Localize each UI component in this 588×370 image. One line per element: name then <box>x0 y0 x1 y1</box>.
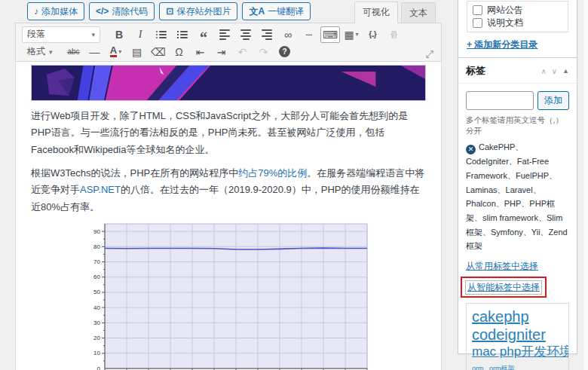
svg-text:40: 40 <box>93 304 100 311</box>
toolbar-toggle[interactable]: ⌨ <box>320 26 340 43</box>
category-label: 说明文档 <box>487 17 523 29</box>
category-label: 网站公告 <box>487 4 523 17</box>
toolbar-row-1: 段落▾BI“∞┄⌨▦▾{..}{/} <box>16 23 441 43</box>
media-buttons: ♪添加媒体</>清除代码⊡保存站外图片文A一键翻译 <box>27 2 311 20</box>
cloud-tag-link[interactable]: codeigniter <box>472 326 546 343</box>
align-center[interactable] <box>236 26 256 43</box>
add-tag-button[interactable]: 添加 <box>537 91 569 110</box>
add-media-icon: ♪ <box>34 6 38 17</box>
checkbox-icon[interactable] <box>473 5 482 15</box>
format-dropdown[interactable]: 格式▾ <box>22 44 58 60</box>
tab-text[interactable]: 文本 <box>401 2 436 23</box>
undo-icon: ↶ <box>238 47 247 57</box>
chevron-down-icon: ▾ <box>49 48 53 56</box>
tags-panel-title: 标签 <box>466 64 485 78</box>
paste-as-text[interactable]: ▤ <box>127 44 147 60</box>
article-paragraph-2: 根据W3Techs的说法，PHP在所有的网站程序中约占79%的比例。在服务器端编… <box>31 165 426 216</box>
cloud-tag-link[interactable]: orm <box>472 365 484 370</box>
tags-panel-header: 标签 ∧ ∨ ▲ <box>458 58 577 84</box>
clear-formatting[interactable]: ⌫ <box>149 44 168 60</box>
cloud-tag-link[interactable]: orm框架 <box>489 365 515 370</box>
redo[interactable]: ↷ <box>254 44 274 60</box>
horizontal-rule[interactable]: — <box>85 44 105 60</box>
article-paragraph-1: 进行Web项目开发，除了HTML，CSS和JavaScript之外，大部分人可能… <box>31 108 426 158</box>
code-block-icon: {..} <box>369 31 375 38</box>
collapse-toggle-icon[interactable]: ▲ <box>562 67 569 75</box>
chevron-down-icon: ▾ <box>91 31 95 38</box>
redo-icon: ↷ <box>259 47 268 57</box>
paragraph-dropdown[interactable]: 段落▾ <box>22 26 100 43</box>
blockquote[interactable]: “ <box>194 26 213 43</box>
move-down-icon[interactable]: ∨ <box>552 67 557 75</box>
save-external-images-icon: ⊡ <box>166 6 173 17</box>
checkbox-icon[interactable] <box>473 18 482 28</box>
outdent[interactable]: ⇤ <box>191 44 210 60</box>
text-color[interactable]: A▾ <box>106 44 126 60</box>
code-sample[interactable]: {/} <box>384 26 403 43</box>
category-item[interactable]: 网站公告 <box>473 4 562 17</box>
code-sample-icon: {/} <box>390 31 397 38</box>
indent[interactable]: ⇥ <box>212 44 231 60</box>
code-block[interactable]: {..} <box>363 26 382 43</box>
tags-panel-body: 添加 多个标签请用英文逗号（,）分开 ✕CakePHP、CodeIgniter、… <box>458 84 577 370</box>
svg-text:80: 80 <box>93 243 100 250</box>
bold-icon: B <box>115 29 123 40</box>
new-tag-input[interactable] <box>466 91 534 110</box>
smart-tag-cloud: cakephp codeigniter mac php开发环境 orm orm框… <box>466 303 569 370</box>
inline-link[interactable]: ASP.NET <box>80 184 121 195</box>
cloud-tag-link[interactable]: cakephp <box>472 308 529 325</box>
svg-text:0: 0 <box>97 365 101 370</box>
text-color-icon: A <box>110 46 117 57</box>
category-item[interactable]: 说明文档 <box>473 17 562 29</box>
scrollbar[interactable] <box>583 0 588 370</box>
align-right[interactable] <box>257 26 277 43</box>
clear-code-button[interactable]: </>清除代码 <box>89 2 155 20</box>
featured-image[interactable] <box>31 65 426 101</box>
numbered-list[interactable] <box>173 26 192 43</box>
featured-image-graphic <box>32 66 425 100</box>
add-media-button[interactable]: ♪添加媒体 <box>27 2 84 20</box>
help[interactable]: ? <box>275 44 295 60</box>
red-annotation-box: 从智能标签中选择 <box>461 277 547 298</box>
save-external-images-label: 保存站外图片 <box>176 5 231 18</box>
special-character[interactable]: Ω <box>170 44 189 60</box>
insert-link-icon: ∞ <box>284 29 292 40</box>
line-chart-svg: 01020304050607080901 Sep'191 Oct1 Nov1 D… <box>85 219 372 370</box>
read-more[interactable]: ┄ <box>299 26 319 43</box>
tab-visual[interactable]: 可视化 <box>354 2 398 23</box>
php-share-chart: 01020304050607080901 Sep'191 Oct1 Nov1 D… <box>85 219 372 370</box>
tag-list: ✕CakePHP、CodeIgniter、Fat-Free Framework、… <box>466 140 569 253</box>
add-category-link[interactable]: + 添加新分类目录 <box>467 38 537 51</box>
bold[interactable]: B <box>109 26 129 43</box>
chevron-down-icon: ▾ <box>118 48 121 55</box>
undo[interactable]: ↶ <box>233 44 253 60</box>
move-up-icon[interactable]: ∧ <box>541 67 546 75</box>
choose-smart-tags-link[interactable]: 从智能标签中选择 <box>465 280 542 295</box>
special-character-icon: Ω <box>175 47 182 57</box>
svg-text:10: 10 <box>93 350 100 356</box>
cloud-tag-link[interactable]: mac php开发环境 <box>472 344 569 359</box>
bullet-list[interactable] <box>152 26 171 43</box>
editor-column: ♪添加媒体</>清除代码⊡保存站外图片文A一键翻译 可视化文本 段落▾BI“∞┄… <box>15 0 442 370</box>
choose-common-tags-link[interactable]: 从常用标签中选择 <box>466 260 538 273</box>
svg-text:90: 90 <box>93 228 100 235</box>
strikethrough[interactable]: abc <box>64 44 84 60</box>
italic-icon: I <box>139 29 142 40</box>
strikethrough-icon: abc <box>67 48 79 56</box>
align-left[interactable] <box>215 26 234 43</box>
italic[interactable]: I <box>130 26 150 43</box>
remove-tag-icon[interactable]: ✕ <box>466 145 476 154</box>
save-external-images-button[interactable]: ⊡保存站外图片 <box>159 2 237 20</box>
editor-content-area[interactable]: 进行Web项目开发，除了HTML，CSS和JavaScript之外，大部分人可能… <box>15 62 442 370</box>
category-checklist: 网站公告说明文档 <box>467 1 568 32</box>
sidebar: 网站公告说明文档 + 添加新分类目录 标签 ∧ ∨ ▲ 添加 多个标签请用英文逗… <box>458 0 583 370</box>
read-more-icon: ┄ <box>306 29 312 40</box>
toolbar-toggle-icon: ⌨ <box>323 29 338 40</box>
editor-tools-bar: ♪添加媒体</>清除代码⊡保存站外图片文A一键翻译 可视化文本 <box>15 0 442 23</box>
svg-text:30: 30 <box>93 320 100 326</box>
table[interactable]: ▦▾ <box>341 26 361 43</box>
inline-link[interactable]: 约占79%的比例 <box>238 167 307 179</box>
one-click-translate-button[interactable]: 文A一键翻译 <box>242 2 311 20</box>
fullscreen-icon[interactable]: ⤢ <box>426 48 433 60</box>
insert-link[interactable]: ∞ <box>278 26 298 43</box>
